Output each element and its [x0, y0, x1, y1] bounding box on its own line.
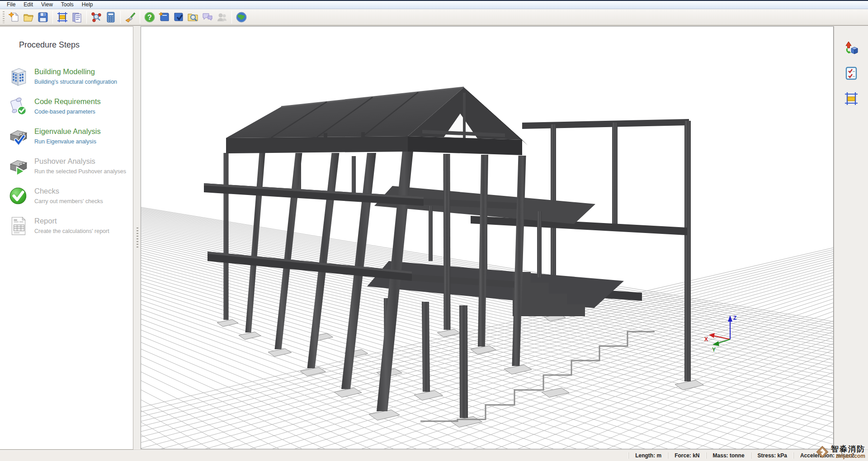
right-toolbar: [834, 26, 868, 450]
toolbar-separator: [140, 11, 140, 24]
open-project-button[interactable]: [21, 10, 36, 24]
step-title: Checks: [34, 185, 103, 195]
building-icon: [8, 66, 29, 87]
brush-button[interactable]: [123, 10, 137, 24]
step-title: Pushover Analysis: [34, 156, 126, 166]
verification-book-icon: [173, 11, 184, 23]
analysis-box-play-icon: [8, 156, 29, 176]
main-region: Procedure Steps Building Modelling Build…: [0, 25, 868, 450]
sidebar-title: Procedure Steps: [19, 40, 133, 50]
search-folder-button[interactable]: [186, 10, 200, 24]
step-title: Report: [34, 215, 109, 225]
search-folder-icon: [187, 11, 199, 23]
status-stress-unit: Stress: kPa: [751, 452, 793, 459]
report-preview-icon: [71, 11, 83, 23]
3d-viewport[interactable]: Z X Y: [141, 26, 834, 449]
toolbar-separator: [52, 11, 53, 24]
verification-book-button[interactable]: [171, 10, 186, 24]
new-file-button[interactable]: [7, 10, 21, 24]
main-toolbar: ?: [0, 10, 868, 25]
step-subtitle: Carry out members' checks: [34, 198, 103, 205]
report-page-icon: [8, 215, 29, 236]
manual-book-button[interactable]: [157, 10, 171, 24]
menu-file[interactable]: File: [3, 1, 19, 9]
code-scroll-check-icon: [8, 96, 29, 117]
step-eigenvalue-analysis[interactable]: Eigenvalue Analysis Run Eigenvalue analy…: [6, 121, 133, 151]
forum-button[interactable]: [200, 10, 215, 24]
menu-help[interactable]: Help: [78, 1, 97, 9]
toolbar-separator: [120, 11, 121, 24]
step-report[interactable]: Report Create the calculations' report: [6, 211, 133, 241]
axis-y-label: Y: [712, 347, 716, 353]
green-check-circle-icon: [8, 185, 29, 206]
status-force-unit: Force: kN: [668, 452, 706, 459]
globe-icon: [236, 11, 247, 23]
step-title: Building Modelling: [34, 66, 117, 76]
3d-scene-canvas: Z X Y: [141, 27, 833, 449]
svg-text:?: ?: [147, 14, 152, 21]
model-view-button[interactable]: [89, 10, 104, 24]
procedure-sidebar: Procedure Steps Building Modelling Build…: [0, 26, 133, 450]
menu-tools[interactable]: Tools: [57, 1, 78, 9]
step-subtitle: Run the selected Pushover analyses: [34, 168, 126, 175]
splitter-grip: [137, 228, 138, 248]
status-acceleration-unit: Acceleration: m/sec2: [793, 452, 861, 459]
storey-frame-button[interactable]: [55, 10, 70, 24]
status-bar: Length: m Force: kN Mass: tonne Stress: …: [0, 450, 868, 461]
toolbar-separator: [231, 11, 232, 24]
step-subtitle: Code-based parameters: [34, 109, 101, 115]
display-options-icon: [844, 41, 859, 55]
help-icon: ?: [144, 11, 156, 23]
application-window: File Edit View Tools Help: [0, 0, 868, 461]
step-title: Eigenvalue Analysis: [34, 126, 101, 136]
step-subtitle: Create the calculations' report: [34, 228, 109, 235]
status-length-unit: Length: m: [628, 452, 668, 459]
open-folder-icon: [23, 11, 34, 23]
manual-book-icon: [158, 11, 170, 23]
active-checks-icon: [844, 66, 859, 81]
user-account-button[interactable]: [215, 10, 229, 24]
storey-view-button[interactable]: [841, 90, 861, 108]
display-options-button[interactable]: [841, 39, 861, 57]
menu-bar: File Edit View Tools Help: [0, 1, 868, 9]
calculator-icon: [105, 11, 117, 23]
report-preview-button[interactable]: [70, 10, 84, 24]
brush-icon: [124, 11, 136, 23]
toolbar-separator: [86, 11, 87, 24]
step-checks[interactable]: Checks Carry out members' checks: [6, 181, 133, 211]
help-button[interactable]: ?: [142, 10, 157, 24]
step-building-modelling[interactable]: Building Modelling Building's structural…: [6, 62, 133, 91]
menu-edit[interactable]: Edit: [19, 1, 37, 9]
axis-x-label: X: [704, 336, 708, 342]
model-3d-search-icon: [90, 11, 102, 23]
step-subtitle: Run Eigenvalue analysis: [34, 138, 101, 145]
new-file-icon: [8, 11, 20, 23]
step-subtitle: Building's structural configuration: [34, 79, 117, 86]
user-icon: [216, 11, 228, 23]
storey-frame-icon: [57, 11, 68, 23]
step-pushover-analysis[interactable]: Pushover Analysis Run the selected Pusho…: [6, 151, 133, 181]
active-checks-button[interactable]: [841, 64, 861, 82]
status-mass-unit: Mass: tonne: [706, 452, 751, 459]
axis-z-label: Z: [733, 315, 736, 321]
step-code-requirements[interactable]: Code Requirements Code-based parameters: [6, 91, 133, 121]
sidebar-splitter[interactable]: [134, 26, 141, 450]
storey-view-icon: [844, 91, 859, 106]
forum-bubbles-icon: [202, 11, 213, 23]
save-icon: [37, 11, 49, 23]
website-button[interactable]: [234, 10, 249, 24]
procedure-steps-list: Building Modelling Building's structural…: [6, 62, 133, 241]
save-button[interactable]: [36, 10, 50, 24]
menu-view[interactable]: View: [37, 1, 57, 9]
calculator-button[interactable]: [104, 10, 118, 24]
analysis-box-check-icon: [8, 126, 29, 147]
step-title: Code Requirements: [34, 96, 101, 106]
